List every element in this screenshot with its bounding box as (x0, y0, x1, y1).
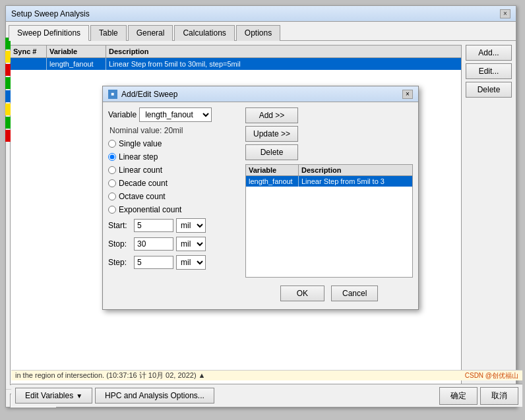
step-unit-select[interactable]: mil (176, 255, 206, 270)
dialog-cancel-button[interactable]: Cancel (331, 285, 378, 301)
start-label: Start: (108, 221, 131, 230)
radio-single-value-input[interactable] (108, 140, 116, 148)
radio-exponential-count-input[interactable] (108, 206, 116, 214)
radio-linear-step-label: Linear step (119, 152, 158, 162)
dialog-sweep-table: Variable Description length_fanout Linea… (245, 164, 413, 278)
radio-decade-count: Decade count (108, 179, 240, 188)
dlg-col-variable: Variable (246, 165, 299, 175)
start-row: Start: mil (108, 218, 240, 233)
radio-octave-count-input[interactable] (108, 193, 116, 200)
dialog-ok-button[interactable]: OK (280, 285, 324, 301)
dialog-close-button[interactable]: × (402, 90, 413, 99)
stop-row: Stop: mil (108, 237, 240, 251)
step-row: Step: mil (108, 255, 240, 270)
variable-select[interactable]: length_fanout (139, 107, 212, 122)
nominal-row: Nominal value: 20mil (108, 126, 240, 135)
dialog-titlebar: ■ Add/Edit Sweep × (103, 86, 418, 102)
radio-linear-count-input[interactable] (108, 166, 116, 174)
radio-octave-count-label: Octave count (119, 192, 166, 201)
radio-exponential-count-label: Exponential count (119, 205, 181, 214)
update-sweep-button[interactable]: Update >> (245, 126, 298, 142)
dlg-col-description: Description (299, 165, 412, 175)
add-edit-sweep-dialog: ■ Add/Edit Sweep × Variable length_fanou… (102, 86, 419, 310)
dialog-left-panel: Variable length_fanout Nominal value: 20… (108, 107, 240, 304)
radio-single-value: Single value (108, 139, 240, 148)
radio-exponential-count: Exponential count (108, 205, 240, 214)
start-unit-select[interactable]: mil (176, 218, 206, 233)
stop-input[interactable] (134, 237, 173, 251)
radio-linear-step-input[interactable] (108, 153, 116, 161)
radio-linear-step: Linear step (108, 152, 240, 162)
start-input[interactable] (134, 219, 173, 232)
radio-single-value-label: Single value (119, 139, 162, 148)
step-label: Step: (108, 258, 131, 267)
radio-decade-count-input[interactable] (108, 179, 116, 187)
dialog-ok-cancel: OK Cancel (245, 282, 413, 304)
radio-linear-count-label: Linear count (119, 165, 162, 175)
stop-label: Stop: (108, 239, 131, 249)
dialog-overlay: ■ Add/Edit Sweep × Variable length_fanou… (0, 0, 525, 420)
dialog-body: Variable length_fanout Nominal value: 20… (103, 102, 418, 309)
dlg-table-header: Variable Description (246, 165, 412, 176)
add-sweep-button[interactable]: Add >> (245, 107, 298, 123)
radio-linear-count: Linear count (108, 165, 240, 175)
nominal-value: Nominal value: 20mil (109, 126, 183, 135)
radio-octave-count: Octave count (108, 192, 240, 201)
dialog-right-buttons: Add >> Update >> Delete (245, 107, 413, 160)
variable-row: Variable length_fanout (108, 107, 240, 122)
radio-decade-count-label: Decade count (119, 179, 168, 188)
dlg-cell-description: Linear Step from 5mil to 3 (299, 176, 412, 187)
variable-label: Variable (108, 110, 137, 119)
dlg-cell-variable: length_fanout (246, 176, 299, 187)
step-input[interactable] (134, 256, 173, 269)
dialog-title: Add/Edit Sweep (121, 90, 177, 99)
dlg-table-row[interactable]: length_fanout Linear Step from 5mil to 3 (246, 176, 412, 187)
delete-sweep-button[interactable]: Delete (245, 144, 298, 160)
dialog-icon: ■ (108, 90, 117, 99)
dialog-right-panel: Add >> Update >> Delete Variable Descrip… (245, 107, 413, 304)
stop-unit-select[interactable]: mil (176, 237, 206, 251)
